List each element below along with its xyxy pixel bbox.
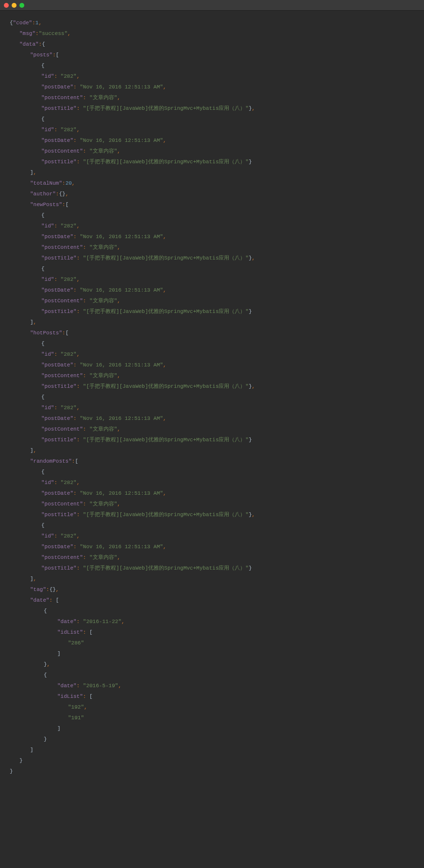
token-brace: { bbox=[41, 63, 45, 69]
token-key: "id" bbox=[41, 277, 54, 282]
code-line[interactable]: "posts":[ bbox=[5, 50, 419, 60]
code-line[interactable]: "id": "282", bbox=[5, 402, 419, 413]
code-line[interactable]: { bbox=[5, 606, 419, 616]
code-line[interactable]: { bbox=[5, 114, 419, 124]
code-line[interactable]: "191" bbox=[5, 712, 419, 723]
code-line[interactable]: "postTitle": "[手把手教程][JavaWeb]优雅的SpringM… bbox=[5, 381, 419, 392]
code-line[interactable]: { bbox=[5, 210, 419, 221]
code-line[interactable]: { bbox=[5, 338, 419, 349]
code-line[interactable]: ], bbox=[5, 317, 419, 328]
code-line[interactable]: { bbox=[5, 263, 419, 274]
code-line[interactable]: "286" bbox=[5, 638, 419, 648]
token-punc: , bbox=[72, 180, 75, 186]
token-str: "文章内容" bbox=[89, 244, 117, 250]
code-line[interactable]: } bbox=[5, 766, 419, 777]
code-line[interactable]: "postTitle": "[手把手教程][JavaWeb]优雅的SpringM… bbox=[5, 509, 419, 520]
code-line[interactable]: "randomPosts":[ bbox=[5, 456, 419, 467]
code-line[interactable]: "date": "2016-5-19", bbox=[5, 680, 419, 691]
code-line[interactable]: "192", bbox=[5, 702, 419, 712]
token-punc: : bbox=[77, 255, 83, 261]
code-line[interactable]: "postDate": "Nov 16, 2016 12:51:13 AM", bbox=[5, 285, 419, 295]
minimize-icon[interactable] bbox=[12, 3, 17, 8]
code-line[interactable]: "data":{ bbox=[5, 39, 419, 50]
code-line[interactable]: "id": "282", bbox=[5, 477, 419, 488]
token-punc: , bbox=[34, 170, 37, 175]
code-line[interactable]: "postTitle": "[手把手教程][JavaWeb]优雅的SpringM… bbox=[5, 563, 419, 573]
code-line[interactable]: { bbox=[5, 467, 419, 477]
code-line[interactable]: "postDate": "Nov 16, 2016 12:51:13 AM", bbox=[5, 541, 419, 552]
token-punc: , bbox=[117, 501, 120, 507]
token-key: "data" bbox=[19, 41, 39, 47]
token-punc: : bbox=[54, 127, 60, 133]
code-line[interactable]: "postContent": "文章内容", bbox=[5, 424, 419, 434]
token-str: "[手把手教程][JavaWeb]优雅的SpringMvc+Mybatis应用（… bbox=[83, 565, 249, 571]
code-line[interactable]: { bbox=[5, 60, 419, 71]
code-line[interactable]: "postDate": "Nov 16, 2016 12:51:13 AM", bbox=[5, 413, 419, 424]
code-line[interactable]: "id": "282", bbox=[5, 124, 419, 135]
token-punc: , bbox=[163, 84, 167, 90]
code-line[interactable]: "postDate": "Nov 16, 2016 12:51:13 AM", bbox=[5, 82, 419, 92]
code-line[interactable]: "postTitle": "[手把手教程][JavaWeb]优雅的SpringM… bbox=[5, 253, 419, 263]
code-line[interactable]: }, bbox=[5, 659, 419, 670]
code-line[interactable]: ], bbox=[5, 573, 419, 584]
token-punc: : bbox=[54, 223, 60, 229]
code-line[interactable]: "postContent": "文章内容", bbox=[5, 92, 419, 103]
token-str: "文章内容" bbox=[89, 555, 117, 560]
token-key: "postTitle" bbox=[41, 512, 77, 518]
code-line[interactable]: "tag":{}, bbox=[5, 584, 419, 595]
token-brace: [ bbox=[56, 52, 59, 58]
code-line[interactable]: "id": "282", bbox=[5, 349, 419, 360]
code-line[interactable]: {"code":1, bbox=[5, 17, 419, 28]
token-str: "191" bbox=[68, 715, 84, 721]
token-brace: [ bbox=[56, 597, 59, 603]
code-line[interactable]: "newPosts":[ bbox=[5, 199, 419, 210]
code-line[interactable]: "postContent": "文章内容", bbox=[5, 370, 419, 381]
code-line[interactable]: "postContent": "文章内容", bbox=[5, 295, 419, 306]
code-line[interactable]: ], bbox=[5, 445, 419, 456]
code-line[interactable]: "author":{}, bbox=[5, 189, 419, 199]
code-line[interactable]: "postTitle": "[手把手教程][JavaWeb]优雅的SpringM… bbox=[5, 156, 419, 167]
code-line[interactable]: "postContent": "文章内容", bbox=[5, 146, 419, 156]
code-line[interactable]: ] bbox=[5, 745, 419, 755]
maximize-icon[interactable] bbox=[19, 3, 24, 8]
code-line[interactable]: "msg":"success", bbox=[5, 28, 419, 39]
code-line[interactable]: ], bbox=[5, 167, 419, 178]
code-line[interactable]: "idList": [ bbox=[5, 627, 419, 638]
code-line[interactable]: "postDate": "Nov 16, 2016 12:51:13 AM", bbox=[5, 360, 419, 370]
code-line[interactable]: "postContent": "文章内容", bbox=[5, 499, 419, 509]
code-line[interactable]: "postTitle": "[手把手教程][JavaWeb]优雅的SpringM… bbox=[5, 103, 419, 114]
code-line[interactable]: "id": "282", bbox=[5, 274, 419, 285]
code-line[interactable]: "hotPosts":[ bbox=[5, 328, 419, 338]
code-line[interactable]: "postDate": "Nov 16, 2016 12:51:13 AM", bbox=[5, 231, 419, 242]
close-icon[interactable] bbox=[4, 3, 9, 8]
code-line[interactable]: "postTitle": "[手把手教程][JavaWeb]优雅的SpringM… bbox=[5, 434, 419, 445]
code-line[interactable]: ] bbox=[5, 723, 419, 734]
token-punc: : bbox=[83, 373, 89, 379]
token-str: "282" bbox=[61, 73, 77, 79]
code-line[interactable]: "postDate": "Nov 16, 2016 12:51:13 AM", bbox=[5, 488, 419, 499]
code-line[interactable]: "date": [ bbox=[5, 595, 419, 606]
token-key: "postContent" bbox=[41, 373, 83, 379]
code-line[interactable]: "id": "282", bbox=[5, 221, 419, 231]
token-str: "282" bbox=[61, 405, 77, 411]
code-line[interactable]: "totalNum":20, bbox=[5, 178, 419, 189]
code-line[interactable]: "id": "282", bbox=[5, 71, 419, 82]
token-key: "id" bbox=[41, 351, 54, 357]
code-line[interactable]: "idList": [ bbox=[5, 691, 419, 702]
code-line[interactable]: "postContent": "文章内容", bbox=[5, 552, 419, 563]
code-line[interactable]: } bbox=[5, 755, 419, 766]
code-line[interactable]: { bbox=[5, 520, 419, 531]
code-line[interactable]: "postDate": "Nov 16, 2016 12:51:13 AM", bbox=[5, 135, 419, 146]
code-editor[interactable]: {"code":1,"msg":"success","data":{"posts… bbox=[0, 11, 424, 781]
code-line[interactable]: } bbox=[5, 734, 419, 745]
token-punc: , bbox=[84, 704, 87, 710]
code-line[interactable]: "postContent": "文章内容", bbox=[5, 242, 419, 253]
code-line[interactable]: "date": "2016-11-22", bbox=[5, 616, 419, 627]
code-line[interactable]: { bbox=[5, 670, 419, 680]
code-line[interactable]: "id": "282", bbox=[5, 531, 419, 541]
token-punc: : bbox=[52, 52, 56, 58]
code-line[interactable]: ] bbox=[5, 648, 419, 659]
token-brace: { bbox=[41, 394, 45, 400]
code-line[interactable]: "postTitle": "[手把手教程][JavaWeb]优雅的SpringM… bbox=[5, 306, 419, 317]
code-line[interactable]: { bbox=[5, 392, 419, 402]
